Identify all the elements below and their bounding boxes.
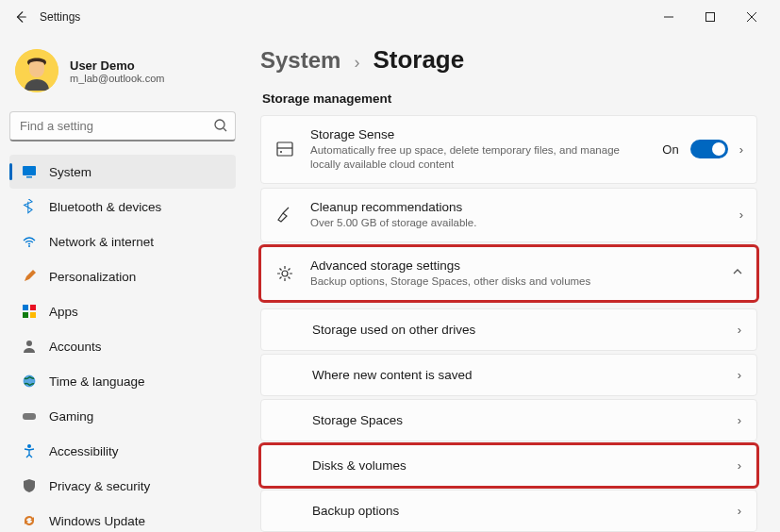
svg-point-13	[27, 444, 31, 448]
sidebar-item-label: Windows Update	[49, 514, 145, 528]
sub-label: Storage Spaces	[312, 413, 403, 427]
svg-rect-0	[706, 13, 715, 22]
profile-block[interactable]: User Demo m_lab@outlook.com	[9, 43, 236, 108]
gear-icon	[274, 264, 295, 283]
sidebar-item-label: Apps	[49, 305, 78, 319]
sidebar-item-label: Accessibility	[49, 444, 119, 458]
sidebar-item-apps[interactable]: Apps	[9, 294, 236, 328]
sidebar-item-time[interactable]: Time & language	[9, 364, 236, 398]
sub-backup-options[interactable]: Backup options ›	[260, 490, 757, 532]
sidebar-item-label: Gaming	[49, 409, 93, 424]
sidebar-item-accounts[interactable]: Accounts	[9, 329, 236, 363]
sub-storage-other-drives[interactable]: Storage used on other drives ›	[260, 308, 757, 351]
back-button[interactable]	[8, 4, 34, 30]
sub-label: Storage used on other drives	[312, 323, 475, 337]
search-icon	[213, 118, 228, 137]
sidebar-item-label: Privacy & security	[49, 479, 150, 493]
sidebar-item-privacy[interactable]: Privacy & security	[9, 469, 236, 503]
svg-rect-7	[30, 305, 36, 310]
sidebar-item-network[interactable]: Network & internet	[9, 224, 236, 258]
maximize-icon	[705, 12, 715, 22]
chevron-right-icon: ›	[738, 458, 741, 473]
chevron-right-icon: ›	[738, 323, 741, 337]
card-title: Storage Sense	[310, 127, 647, 141]
chevron-right-icon: ›	[738, 413, 741, 427]
chevron-right-icon: ›	[354, 53, 359, 73]
breadcrumb: System › Storage	[260, 45, 757, 75]
cleanup-card[interactable]: Cleanup recommendations Over 5.00 GB of …	[260, 188, 757, 242]
chevron-right-icon: ›	[739, 208, 743, 222]
page-title: Storage	[373, 45, 464, 75]
brush-icon	[21, 268, 38, 285]
svg-point-2	[215, 120, 224, 129]
svg-point-10	[26, 341, 32, 346]
nav-list: System Bluetooth & devices Network & int…	[9, 155, 236, 532]
update-icon	[21, 512, 38, 529]
wifi-icon	[21, 233, 38, 250]
system-icon	[21, 163, 38, 180]
svg-point-5	[28, 245, 30, 247]
sub-label: Where new content is saved	[312, 368, 473, 382]
sub-where-new-content[interactable]: Where new content is saved ›	[260, 354, 757, 396]
chevron-right-icon: ›	[738, 368, 741, 382]
minimize-button[interactable]	[648, 2, 689, 32]
svg-point-16	[282, 271, 288, 276]
broom-icon	[274, 206, 295, 224]
advanced-storage-card[interactable]: Advanced storage settings Backup options…	[260, 246, 757, 301]
person-icon	[21, 338, 38, 355]
svg-rect-3	[23, 166, 36, 175]
sidebar-item-label: Bluetooth & devices	[49, 200, 161, 214]
sidebar-item-label: Accounts	[49, 340, 102, 354]
toggle-state-label: On	[662, 142, 678, 157]
arrow-left-icon	[14, 10, 27, 24]
svg-rect-9	[30, 312, 36, 318]
sidebar-item-personalization[interactable]: Personalization	[9, 259, 236, 293]
svg-rect-8	[23, 312, 28, 318]
sidebar: User Demo m_lab@outlook.com System Bluet…	[0, 34, 245, 532]
main-panel: System › Storage Storage management Stor…	[245, 34, 780, 532]
sidebar-item-system[interactable]: System	[9, 155, 236, 189]
svg-rect-4	[26, 176, 32, 178]
sidebar-item-gaming[interactable]: Gaming	[9, 399, 236, 433]
advanced-sublist: Storage used on other drives › Where new…	[260, 308, 757, 532]
bluetooth-icon	[21, 198, 38, 215]
close-button[interactable]	[731, 2, 772, 32]
sidebar-item-label: System	[49, 165, 91, 179]
apps-icon	[21, 303, 38, 320]
drive-icon	[274, 140, 295, 158]
title-bar: Settings	[0, 0, 780, 34]
gamepad-icon	[21, 407, 38, 424]
chevron-right-icon: ›	[738, 504, 741, 518]
breadcrumb-parent[interactable]: System	[260, 47, 340, 74]
section-heading: Storage management	[262, 91, 757, 106]
sidebar-item-update[interactable]: Windows Update	[9, 504, 236, 532]
search-container	[9, 111, 236, 141]
sidebar-item-bluetooth[interactable]: Bluetooth & devices	[9, 190, 236, 224]
maximize-button[interactable]	[689, 2, 731, 32]
svg-rect-14	[277, 142, 292, 156]
chevron-right-icon: ›	[739, 142, 743, 157]
search-input[interactable]	[9, 111, 236, 141]
sidebar-item-accessibility[interactable]: Accessibility	[9, 434, 236, 468]
avatar	[15, 49, 58, 92]
shield-icon	[21, 477, 38, 494]
svg-rect-6	[23, 305, 28, 310]
profile-email: m_lab@outlook.com	[70, 73, 164, 84]
sub-disks-volumes[interactable]: Disks & volumes ›	[260, 444, 757, 487]
close-icon	[747, 12, 756, 22]
sidebar-item-label: Network & internet	[49, 235, 154, 249]
profile-name: User Demo	[70, 58, 164, 73]
storage-sense-card[interactable]: Storage Sense Automatically free up spac…	[260, 115, 757, 184]
chevron-up-icon	[732, 266, 743, 280]
sub-storage-spaces[interactable]: Storage Spaces ›	[260, 399, 757, 441]
card-title: Advanced storage settings	[310, 258, 717, 273]
card-subtitle: Backup options, Storage Spaces, other di…	[310, 274, 631, 289]
card-title: Cleanup recommendations	[310, 200, 724, 214]
storage-sense-toggle[interactable]	[690, 140, 728, 158]
window-title: Settings	[40, 10, 80, 24]
sidebar-item-label: Personalization	[49, 270, 136, 284]
card-subtitle: Automatically free up space, delete temp…	[310, 143, 631, 172]
globe-icon	[21, 373, 38, 390]
minimize-icon	[664, 12, 673, 22]
card-subtitle: Over 5.00 GB of storage available.	[310, 216, 631, 230]
